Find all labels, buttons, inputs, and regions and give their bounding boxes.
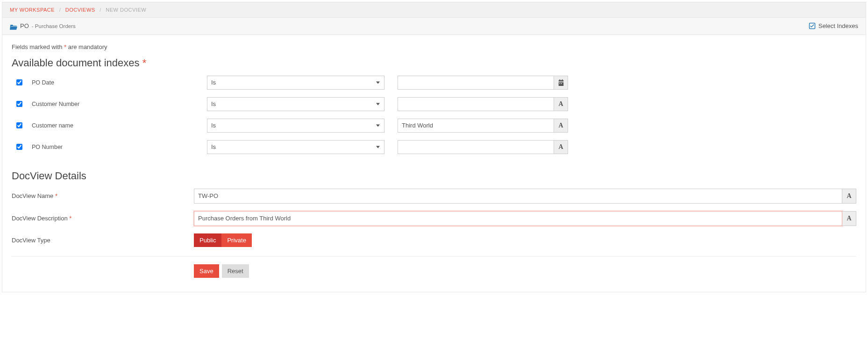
- index-operator-select[interactable]: Is: [207, 97, 384, 111]
- docview-description-input[interactable]: [194, 211, 842, 226]
- text-type-icon[interactable]: A: [554, 97, 568, 111]
- docview-name-label: DocView Name *: [12, 192, 194, 199]
- index-label: PO Number: [32, 144, 63, 150]
- index-row: PO Number Is A: [16, 140, 856, 154]
- docview-name-input[interactable]: [194, 189, 842, 204]
- folder-desc: - Purchase Orders: [32, 23, 76, 29]
- divider: [12, 256, 856, 257]
- index-label: Customer name: [32, 122, 73, 129]
- section-title-details: DocView Details: [12, 170, 856, 182]
- index-value-input[interactable]: [398, 140, 554, 154]
- index-operator-select[interactable]: Is: [207, 119, 384, 133]
- index-operator-select[interactable]: Is: [207, 140, 384, 154]
- text-type-icon[interactable]: A: [554, 119, 568, 133]
- docview-type-private[interactable]: Private: [221, 233, 251, 247]
- folder-code: PO: [20, 22, 29, 29]
- mandatory-hint: Fields marked with * are mandatory: [12, 43, 856, 50]
- text-type-icon[interactable]: A: [842, 189, 856, 204]
- breadcrumb-sep: /: [59, 7, 61, 13]
- index-value-input[interactable]: [398, 76, 554, 90]
- select-indexes-toggle[interactable]: Select Indexes: [809, 22, 858, 29]
- index-checkbox-customer-name[interactable]: [16, 122, 22, 128]
- breadcrumb-current: NEW DOCVIEW: [106, 7, 146, 13]
- select-indexes-label: Select Indexes: [818, 22, 858, 29]
- breadcrumb: MY WORKSPACE / DOCVIEWS / NEW DOCVIEW: [2, 2, 866, 18]
- text-type-icon[interactable]: A: [554, 140, 568, 154]
- index-label: Customer Number: [32, 101, 79, 107]
- docview-type-label: DocView Type: [12, 237, 194, 244]
- index-row: Customer Number Is A: [16, 97, 856, 111]
- breadcrumb-sep: /: [100, 7, 101, 13]
- reset-button[interactable]: Reset: [222, 264, 249, 278]
- index-value-input[interactable]: [398, 97, 554, 111]
- index-row: Customer name Is A: [16, 119, 856, 133]
- index-label: PO Date: [32, 79, 54, 86]
- breadcrumb-link-docviews[interactable]: DOCVIEWS: [65, 7, 95, 13]
- index-operator-select[interactable]: Is: [207, 76, 384, 90]
- calendar-icon[interactable]: [554, 76, 568, 90]
- index-checkbox-customer-number[interactable]: [16, 101, 22, 107]
- index-checkbox-po-number[interactable]: [16, 144, 22, 150]
- index-value-input[interactable]: [398, 119, 554, 133]
- panel-header: PO - Purchase Orders Select Indexes: [2, 18, 866, 35]
- docview-type-toggle: Public Private: [194, 233, 252, 247]
- indexes-list: PO Date Is Customer Number: [12, 76, 856, 154]
- docview-description-label: DocView Description *: [12, 215, 194, 222]
- index-row: PO Date Is: [16, 76, 856, 90]
- index-checkbox-po-date[interactable]: [16, 79, 22, 85]
- docview-type-public[interactable]: Public: [194, 233, 221, 247]
- text-type-icon[interactable]: A: [842, 211, 856, 226]
- folder-open-icon: [10, 22, 17, 30]
- breadcrumb-link-workspace[interactable]: MY WORKSPACE: [10, 7, 55, 13]
- save-button[interactable]: Save: [194, 264, 219, 278]
- section-title-indexes: Available document indexes *: [12, 57, 856, 69]
